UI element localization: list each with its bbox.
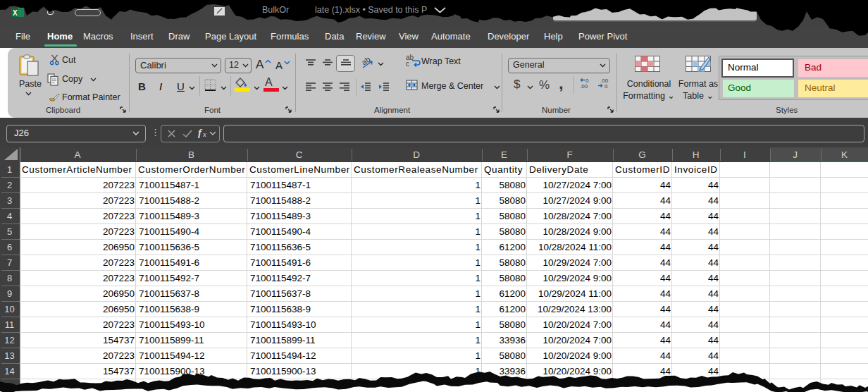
svg-text:.00: .00 (580, 83, 588, 89)
svg-text:0: 0 (604, 83, 608, 89)
svg-text:BulkOr: BulkOr (262, 5, 289, 15)
svg-text:late (1).xlsx • Saved to this: late (1).xlsx • Saved to this P (315, 5, 427, 15)
